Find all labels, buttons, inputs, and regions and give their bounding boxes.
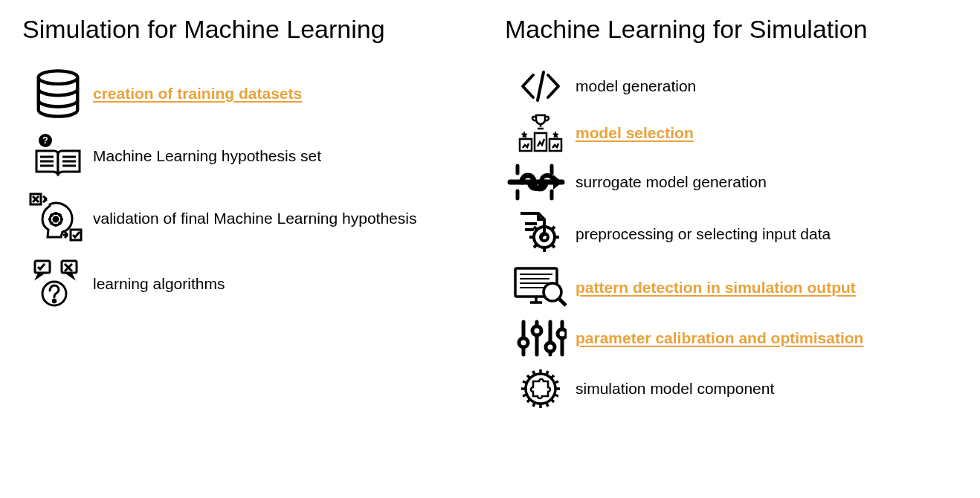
gear-puzzle-icon <box>505 366 576 411</box>
svg-point-37 <box>532 326 541 335</box>
podium-trophy-icon <box>505 112 576 154</box>
left-row-3: learning algorithms <box>22 258 475 310</box>
svg-text:?: ? <box>42 135 48 146</box>
right-row-4: pattern detection in simulation output <box>505 265 958 310</box>
question-bubbles-icon <box>22 258 93 310</box>
sliders-icon <box>505 317 576 359</box>
right-row-2: surrogate model generation <box>505 161 958 203</box>
left-row-1: ? Machine Learning hypothesis set <box>22 133 475 179</box>
right-label-6: simulation model component <box>576 380 774 398</box>
left-label-0: creation of training datasets <box>93 85 302 103</box>
right-label-4: pattern detection in simulation output <box>576 279 856 297</box>
right-row-5: parameter calibration and optimisation <box>505 317 958 359</box>
left-column: Simulation for Machine Learning creation… <box>22 15 475 418</box>
right-column: Machine Learning for Simulation model ge… <box>505 15 958 418</box>
left-label-3: learning algorithms <box>93 275 225 293</box>
two-column-layout: Simulation for Machine Learning creation… <box>22 15 958 418</box>
right-label-0: model generation <box>576 77 696 95</box>
database-icon <box>22 68 93 120</box>
monitor-magnifier-icon <box>505 265 576 310</box>
left-row-0: creation of training datasets <box>22 68 475 120</box>
svg-point-35 <box>519 338 528 347</box>
left-title: Simulation for Machine Learning <box>22 15 475 44</box>
code-brackets-icon <box>505 68 576 105</box>
right-row-6: simulation model component <box>505 366 958 411</box>
right-label-5: parameter calibration and optimisation <box>576 329 863 347</box>
left-label-2: validation of final Machine Learning hyp… <box>93 210 416 227</box>
reroute-arrow-icon <box>505 161 576 203</box>
left-row-2: validation of final Machine Learning hyp… <box>22 193 475 245</box>
document-gear-icon <box>505 210 576 258</box>
brain-validation-icon <box>22 193 93 245</box>
right-row-1: model selection <box>505 112 958 154</box>
svg-line-33 <box>559 299 566 305</box>
right-label-2: surrogate model generation <box>576 173 767 191</box>
svg-point-39 <box>546 343 555 352</box>
open-book-question-icon: ? <box>22 133 93 179</box>
svg-point-32 <box>544 283 561 301</box>
svg-point-0 <box>38 71 77 84</box>
right-label-3: preprocessing or selecting input data <box>576 225 831 243</box>
right-label-1: model selection <box>576 124 694 142</box>
svg-point-16 <box>53 300 56 303</box>
left-label-1: Machine Learning hypothesis set <box>93 147 321 165</box>
svg-point-41 <box>558 329 567 338</box>
svg-point-11 <box>54 217 58 221</box>
right-row-3: preprocessing or selecting input data <box>505 210 958 258</box>
right-row-0: model generation <box>505 68 958 105</box>
right-title: Machine Learning for Simulation <box>505 15 958 44</box>
